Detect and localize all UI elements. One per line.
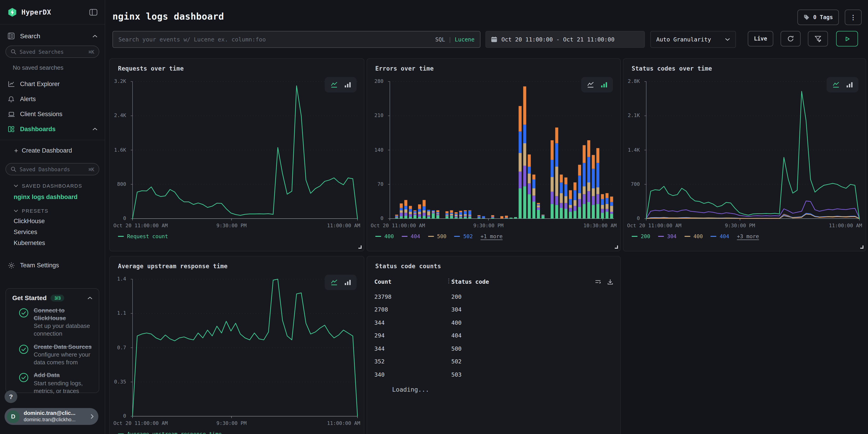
table-row[interactable]: 352502 xyxy=(374,355,614,368)
search-input[interactable] xyxy=(118,36,435,43)
sidebar-item-client-sessions[interactable]: Client Sessions xyxy=(0,106,105,122)
play-icon xyxy=(844,35,850,42)
chevron-up-icon xyxy=(92,127,97,131)
filter-edit-icon xyxy=(814,35,822,42)
saved-dashboards-field[interactable] xyxy=(20,166,89,173)
hyperdx-app: HyperDX Search ⌘K No saved searches xyxy=(0,0,868,434)
panel-resize-handle[interactable] xyxy=(359,245,362,249)
legend-item[interactable]: 304 xyxy=(658,233,677,240)
legend-item[interactable]: Request count xyxy=(118,233,168,240)
sidebar-item-services[interactable]: Services xyxy=(14,228,105,236)
sidebar-item-kubernetes[interactable]: Kubernetes xyxy=(14,240,105,246)
dashboard-menu-button[interactable]: ⋮ xyxy=(845,9,862,25)
bar-chart-icon[interactable] xyxy=(344,82,351,88)
table-row[interactable]: 340503 xyxy=(374,368,614,381)
refresh-button[interactable] xyxy=(781,31,801,46)
dashboard-grid: Requests over time 08001.6K2.4K3.2KOct 2… xyxy=(109,58,866,434)
live-button[interactable]: Live xyxy=(748,31,773,46)
get-started-step[interactable]: Create Data Sources Configure where your… xyxy=(12,343,92,366)
step-title: Connect to ClickHouse xyxy=(34,307,92,322)
sidebar-item-nginx-logs-dashboard[interactable]: nginx logs dashboard xyxy=(14,193,105,200)
saved-dashboards-input[interactable]: ⌘K xyxy=(5,163,99,175)
table-row[interactable]: 344400 xyxy=(374,316,614,329)
page-title: nginx logs dashboard xyxy=(113,11,224,22)
tags-button[interactable]: 0 Tags xyxy=(797,9,839,25)
table-row[interactable]: 294404 xyxy=(374,329,614,342)
search-icon xyxy=(10,166,17,172)
bar-chart-icon[interactable] xyxy=(344,279,351,285)
column-header-count[interactable]: Count xyxy=(374,278,392,285)
time-range-value: Oct 20 11:00:00 - Oct 21 11:00:00 xyxy=(501,36,615,43)
filter-button[interactable] xyxy=(808,31,828,46)
sidebar-collapse-icon xyxy=(89,8,97,16)
collapse-get-started-button[interactable] xyxy=(87,296,92,300)
table-row[interactable]: 344500 xyxy=(374,342,614,355)
legend-item[interactable]: 200 xyxy=(632,233,650,240)
download-icon[interactable] xyxy=(607,278,614,285)
event-search-box[interactable]: SQL | Lucene xyxy=(113,31,480,48)
granularity-value: Auto Granularity xyxy=(656,36,711,43)
hyperdx-logo-icon xyxy=(7,7,17,17)
get-started-title: Get Started xyxy=(12,294,47,302)
legend-item[interactable]: 400 xyxy=(684,233,703,240)
legend-item[interactable]: 404 xyxy=(711,233,729,240)
sidebar-item-alerts[interactable]: Alerts xyxy=(0,92,105,106)
lucene-mode-toggle[interactable]: Lucene xyxy=(455,36,474,42)
panel-errors-over-time: Errors over time 070140210280Oct 20 11:0… xyxy=(367,58,621,251)
chevron-right-icon xyxy=(91,414,94,419)
shortcut-badge: ⌘K xyxy=(89,49,94,55)
panel-resize-handle[interactable] xyxy=(860,245,863,249)
plus-icon: + xyxy=(14,147,18,154)
line-chart-icon[interactable] xyxy=(832,82,840,88)
check-circle-icon xyxy=(19,308,29,318)
sidebar-item-dashboards[interactable]: Dashboards xyxy=(0,122,105,136)
bar-chart-icon[interactable] xyxy=(600,82,607,88)
column-settings-icon[interactable] xyxy=(594,278,601,285)
panel-title: Status code counts xyxy=(375,263,441,270)
get-started-step[interactable]: Connect to ClickHouse Set up your databa… xyxy=(12,307,92,338)
bell-icon xyxy=(8,95,14,103)
chart-type-toggle xyxy=(325,77,356,92)
legend-item[interactable]: 502 xyxy=(454,233,473,240)
sidebar-item-clickhouse[interactable]: ClickHouse xyxy=(14,218,105,224)
granularity-select[interactable]: Auto Granularity xyxy=(650,31,736,48)
table-row[interactable]: 2708304 xyxy=(374,303,614,316)
line-chart-icon[interactable] xyxy=(587,82,594,88)
presets-section-toggle[interactable]: PRESETS xyxy=(14,208,105,214)
table-row[interactable]: 23798200 xyxy=(374,290,614,303)
table-rows: 2379820027083043444002944043445003525023… xyxy=(374,290,614,381)
legend-more-link[interactable]: +3 more xyxy=(737,233,759,240)
get-started-step[interactable]: Add Data Start sending logs, metrics, or… xyxy=(12,372,92,395)
column-header-status-code[interactable]: Status code xyxy=(451,278,489,285)
panel-status-codes-over-time: Status codes over time 07001.4K2.1K2.8KO… xyxy=(623,58,866,251)
legend-item[interactable]: 404 xyxy=(402,233,420,240)
panel-resize-handle[interactable] xyxy=(615,245,618,249)
chevron-down-icon xyxy=(14,184,18,187)
sidebar-item-chart-explorer[interactable]: Chart Explorer xyxy=(0,76,105,92)
create-dashboard-button[interactable]: + Create Dashboard xyxy=(0,144,105,157)
saved-searches-input[interactable]: ⌘K xyxy=(5,45,99,58)
chart-type-toggle xyxy=(827,77,859,92)
run-query-button[interactable] xyxy=(836,31,858,46)
line-chart-icon[interactable] xyxy=(331,279,338,285)
time-range-picker[interactable]: Oct 20 11:00:00 - Oct 21 11:00:00 xyxy=(486,31,645,48)
user-menu[interactable]: D dominic.tran@clic... dominic.tran@clic… xyxy=(5,408,98,425)
legend-item[interactable]: 500 xyxy=(428,233,446,240)
step-subtitle: Set up your database connection xyxy=(34,323,92,338)
legend-more-link[interactable]: +1 more xyxy=(480,233,502,240)
legend-item[interactable]: Average upstream response time xyxy=(118,431,222,434)
search-section-label: Search xyxy=(20,32,92,40)
sql-mode-toggle[interactable]: SQL xyxy=(435,36,445,42)
divider xyxy=(0,140,105,140)
help-button[interactable]: ? xyxy=(5,390,17,403)
sidebar-item-team-settings[interactable]: Team Settings xyxy=(0,258,105,273)
legend-item[interactable]: 400 xyxy=(375,233,394,240)
saved-dashboards-section-toggle[interactable]: SAVED DASHBOARDS xyxy=(14,183,105,189)
line-chart-icon[interactable] xyxy=(331,82,338,88)
user-name: dominic.tran@clic... xyxy=(24,410,91,417)
table-header: Count ⋮⋮ Status code xyxy=(374,277,614,287)
collapse-sidebar-button[interactable] xyxy=(89,8,97,16)
sidebar-item-search[interactable]: Search xyxy=(7,32,97,40)
saved-searches-field[interactable] xyxy=(20,49,89,55)
bar-chart-icon[interactable] xyxy=(846,82,853,88)
